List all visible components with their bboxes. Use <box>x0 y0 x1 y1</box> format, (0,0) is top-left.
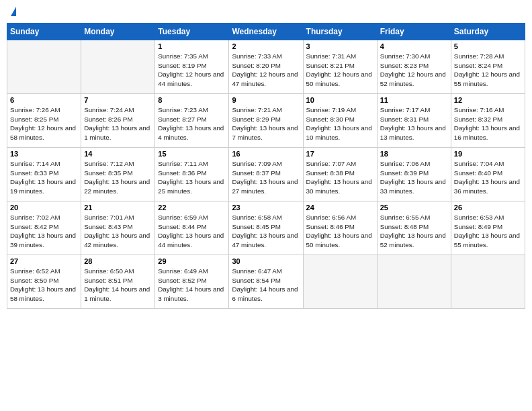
day-number: 16 <box>232 150 300 158</box>
day-number: 13 <box>10 150 78 158</box>
calendar-week-row: 1Sunrise: 7:35 AM Sunset: 8:19 PM Daylig… <box>7 40 525 94</box>
day-number: 8 <box>158 96 226 104</box>
day-info: Sunrise: 6:55 AM Sunset: 8:48 PM Dayligh… <box>380 213 448 250</box>
calendar-week-row: 20Sunrise: 7:02 AM Sunset: 8:42 PM Dayli… <box>7 201 525 255</box>
calendar-cell: 1Sunrise: 7:35 AM Sunset: 8:19 PM Daylig… <box>155 40 229 94</box>
day-info: Sunrise: 6:58 AM Sunset: 8:45 PM Dayligh… <box>232 213 300 250</box>
day-info: Sunrise: 7:09 AM Sunset: 8:37 PM Dayligh… <box>232 159 300 196</box>
day-info: Sunrise: 6:50 AM Sunset: 8:51 PM Dayligh… <box>84 267 152 304</box>
calendar-cell: 14Sunrise: 7:12 AM Sunset: 8:35 PM Dayli… <box>81 148 155 201</box>
day-number: 22 <box>158 203 226 212</box>
day-number: 10 <box>306 96 374 104</box>
day-number: 20 <box>10 203 78 212</box>
day-number: 25 <box>380 203 448 212</box>
day-info: Sunrise: 7:07 AM Sunset: 8:38 PM Dayligh… <box>306 159 374 196</box>
calendar-cell: 24Sunrise: 6:56 AM Sunset: 8:46 PM Dayli… <box>303 201 377 255</box>
day-number: 9 <box>232 96 300 104</box>
day-number: 24 <box>306 203 374 212</box>
day-info: Sunrise: 7:04 AM Sunset: 8:40 PM Dayligh… <box>454 159 522 196</box>
calendar-cell: 18Sunrise: 7:06 AM Sunset: 8:39 PM Dayli… <box>377 148 451 201</box>
day-info: Sunrise: 7:21 AM Sunset: 8:29 PM Dayligh… <box>232 105 300 142</box>
day-number: 29 <box>158 257 226 265</box>
day-info: Sunrise: 7:33 AM Sunset: 8:20 PM Dayligh… <box>232 52 300 89</box>
day-number: 21 <box>84 203 152 212</box>
day-number: 23 <box>232 203 300 212</box>
page-header <box>7 7 525 17</box>
calendar-cell: 3Sunrise: 7:31 AM Sunset: 8:21 PM Daylig… <box>303 40 377 94</box>
calendar-cell: 8Sunrise: 7:23 AM Sunset: 8:27 PM Daylig… <box>155 94 229 148</box>
calendar-cell: 27Sunrise: 6:52 AM Sunset: 8:50 PM Dayli… <box>7 255 81 309</box>
day-info: Sunrise: 6:47 AM Sunset: 8:54 PM Dayligh… <box>232 267 300 304</box>
weekday-header-saturday: Saturday <box>451 24 525 40</box>
day-number: 4 <box>380 42 448 50</box>
day-number: 2 <box>232 42 300 50</box>
calendar-cell <box>7 40 81 94</box>
day-number: 19 <box>454 150 522 158</box>
day-number: 18 <box>380 150 448 158</box>
calendar-cell: 12Sunrise: 7:16 AM Sunset: 8:32 PM Dayli… <box>451 94 525 148</box>
day-info: Sunrise: 6:59 AM Sunset: 8:44 PM Dayligh… <box>158 213 226 250</box>
calendar-cell: 11Sunrise: 7:17 AM Sunset: 8:31 PM Dayli… <box>377 94 451 148</box>
day-number: 26 <box>454 203 522 212</box>
day-info: Sunrise: 6:53 AM Sunset: 8:49 PM Dayligh… <box>454 213 522 250</box>
calendar-week-row: 13Sunrise: 7:14 AM Sunset: 8:33 PM Dayli… <box>7 148 525 201</box>
calendar-cell: 2Sunrise: 7:33 AM Sunset: 8:20 PM Daylig… <box>229 40 303 94</box>
calendar-cell <box>81 40 155 94</box>
day-number: 11 <box>380 96 448 104</box>
day-number: 27 <box>10 257 78 265</box>
day-number: 12 <box>454 96 522 104</box>
calendar-cell: 6Sunrise: 7:26 AM Sunset: 8:25 PM Daylig… <box>7 94 81 148</box>
day-info: Sunrise: 6:52 AM Sunset: 8:50 PM Dayligh… <box>10 267 78 304</box>
calendar-cell: 29Sunrise: 6:49 AM Sunset: 8:52 PM Dayli… <box>155 255 229 309</box>
calendar-cell: 5Sunrise: 7:28 AM Sunset: 8:24 PM Daylig… <box>451 40 525 94</box>
calendar-cell: 21Sunrise: 7:01 AM Sunset: 8:43 PM Dayli… <box>81 201 155 255</box>
day-info: Sunrise: 7:35 AM Sunset: 8:19 PM Dayligh… <box>158 52 226 89</box>
calendar-week-row: 27Sunrise: 6:52 AM Sunset: 8:50 PM Dayli… <box>7 255 525 309</box>
weekday-header-monday: Monday <box>81 24 155 40</box>
day-info: Sunrise: 7:16 AM Sunset: 8:32 PM Dayligh… <box>454 105 522 142</box>
calendar-table: SundayMondayTuesdayWednesdayThursdayFrid… <box>7 23 525 309</box>
day-info: Sunrise: 7:17 AM Sunset: 8:31 PM Dayligh… <box>380 105 448 142</box>
day-number: 5 <box>454 42 522 50</box>
weekday-header-friday: Friday <box>377 24 451 40</box>
day-number: 30 <box>232 257 300 265</box>
day-number: 15 <box>158 150 226 158</box>
weekday-header-thursday: Thursday <box>303 24 377 40</box>
calendar-cell: 16Sunrise: 7:09 AM Sunset: 8:37 PM Dayli… <box>229 148 303 201</box>
logo <box>9 7 16 17</box>
calendar-cell <box>303 255 377 309</box>
day-number: 1 <box>158 42 226 50</box>
calendar-cell: 15Sunrise: 7:11 AM Sunset: 8:36 PM Dayli… <box>155 148 229 201</box>
calendar-cell: 26Sunrise: 6:53 AM Sunset: 8:49 PM Dayli… <box>451 201 525 255</box>
day-info: Sunrise: 7:28 AM Sunset: 8:24 PM Dayligh… <box>454 52 522 89</box>
day-info: Sunrise: 7:14 AM Sunset: 8:33 PM Dayligh… <box>10 159 78 196</box>
weekday-header-wednesday: Wednesday <box>229 24 303 40</box>
day-info: Sunrise: 7:24 AM Sunset: 8:26 PM Dayligh… <box>84 105 152 142</box>
calendar-cell: 25Sunrise: 6:55 AM Sunset: 8:48 PM Dayli… <box>377 201 451 255</box>
day-info: Sunrise: 7:02 AM Sunset: 8:42 PM Dayligh… <box>10 213 78 250</box>
day-number: 7 <box>84 96 152 104</box>
day-info: Sunrise: 7:06 AM Sunset: 8:39 PM Dayligh… <box>380 159 448 196</box>
day-number: 17 <box>306 150 374 158</box>
calendar-cell: 17Sunrise: 7:07 AM Sunset: 8:38 PM Dayli… <box>303 148 377 201</box>
calendar-cell <box>377 255 451 309</box>
day-info: Sunrise: 7:31 AM Sunset: 8:21 PM Dayligh… <box>306 52 374 89</box>
calendar-cell: 30Sunrise: 6:47 AM Sunset: 8:54 PM Dayli… <box>229 255 303 309</box>
calendar-cell: 7Sunrise: 7:24 AM Sunset: 8:26 PM Daylig… <box>81 94 155 148</box>
day-info: Sunrise: 6:49 AM Sunset: 8:52 PM Dayligh… <box>158 267 226 304</box>
day-number: 14 <box>84 150 152 158</box>
day-info: Sunrise: 7:26 AM Sunset: 8:25 PM Dayligh… <box>10 105 78 142</box>
day-info: Sunrise: 7:23 AM Sunset: 8:27 PM Dayligh… <box>158 105 226 142</box>
calendar-cell: 13Sunrise: 7:14 AM Sunset: 8:33 PM Dayli… <box>7 148 81 201</box>
day-info: Sunrise: 6:56 AM Sunset: 8:46 PM Dayligh… <box>306 213 374 250</box>
calendar-cell: 20Sunrise: 7:02 AM Sunset: 8:42 PM Dayli… <box>7 201 81 255</box>
day-info: Sunrise: 7:19 AM Sunset: 8:30 PM Dayligh… <box>306 105 374 142</box>
day-number: 28 <box>84 257 152 265</box>
calendar-cell: 22Sunrise: 6:59 AM Sunset: 8:44 PM Dayli… <box>155 201 229 255</box>
calendar-cell: 10Sunrise: 7:19 AM Sunset: 8:30 PM Dayli… <box>303 94 377 148</box>
calendar-cell: 9Sunrise: 7:21 AM Sunset: 8:29 PM Daylig… <box>229 94 303 148</box>
calendar-cell <box>451 255 525 309</box>
calendar-cell: 23Sunrise: 6:58 AM Sunset: 8:45 PM Dayli… <box>229 201 303 255</box>
calendar-cell: 4Sunrise: 7:30 AM Sunset: 8:23 PM Daylig… <box>377 40 451 94</box>
weekday-header-sunday: Sunday <box>7 24 81 40</box>
